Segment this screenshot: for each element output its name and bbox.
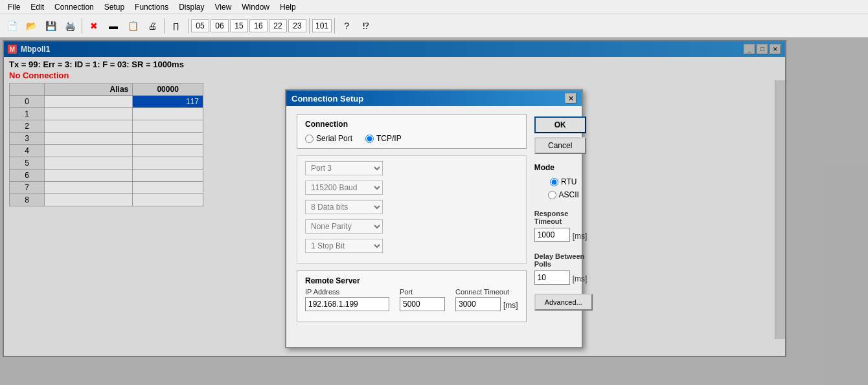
menubar: File Edit Connection Setup Functions Dis… <box>0 0 868 14</box>
serial-port-radio[interactable] <box>305 135 314 143</box>
dialog-body: Connection Serial Port TCP/IP <box>286 106 582 330</box>
new-button[interactable]: 📄 <box>3 17 21 35</box>
dialog-title: Connection Setup <box>291 94 363 104</box>
ascii-option[interactable]: ASCII <box>548 190 579 199</box>
dialog-left-panel: Connection Serial Port TCP/IP <box>297 114 527 322</box>
ip-group: IP Address <box>305 288 389 311</box>
response-timeout-section: Response Timeout [ms] <box>534 210 593 242</box>
ascii-label: ASCII <box>559 190 579 199</box>
remote-server-title: Remote Server <box>305 276 518 285</box>
main-area: M Mbpoll1 _ □ ✕ Tx = 99: Err = 3: ID = 1… <box>0 38 868 385</box>
sep1 <box>82 18 82 34</box>
response-timeout-input[interactable] <box>534 228 570 242</box>
port-input[interactable] <box>400 297 445 311</box>
print2-button[interactable]: 🖨 <box>143 17 161 35</box>
stop-button[interactable]: ✖ <box>85 17 103 35</box>
ip-label: IP Address <box>305 288 389 296</box>
dialog-columns: Connection Serial Port TCP/IP <box>297 114 571 322</box>
remote-server-fields: IP Address Port Connect Timeout <box>305 288 518 311</box>
response-timeout-unit: [ms] <box>573 232 588 242</box>
fc16-label: 16 <box>249 19 268 32</box>
advanced-button[interactable]: Advanced... <box>534 294 593 311</box>
wave-button[interactable]: ∏ <box>167 17 185 35</box>
open-button[interactable]: 📂 <box>22 17 40 35</box>
serial-port-label: Serial Port <box>316 134 352 143</box>
connection-label: Connection <box>305 120 518 129</box>
stopbits-select[interactable]: 1 Stop Bit 2 Stop Bits <box>305 239 383 253</box>
tcpip-option[interactable]: TCP/IP <box>365 134 402 143</box>
fc23-label: 23 <box>288 19 306 32</box>
baud-row: 115200 Baud 9600 Baud <box>305 181 518 195</box>
fc22-label: 22 <box>269 19 287 32</box>
remote-server-section: Remote Server IP Address Port <box>297 270 527 322</box>
stopbits-row: 1 Stop Bit 2 Stop Bits <box>305 239 518 253</box>
port-label: Port <box>400 288 445 296</box>
modal-overlay: Connection Setup ✕ Connection Serial Por… <box>0 38 868 385</box>
connect-timeout-group: Connect Timeout [ms] <box>455 288 518 311</box>
databits-select[interactable]: 8 Data bits 7 Data bits <box>305 200 383 214</box>
connection-setup-dialog: Connection Setup ✕ Connection Serial Por… <box>285 89 583 348</box>
fc101-label: 101 <box>312 19 332 32</box>
menu-window[interactable]: Window <box>236 1 275 13</box>
fc06-label: 06 <box>211 19 229 32</box>
rtu-option[interactable]: RTU <box>550 177 577 186</box>
delay-polls-label: Delay Between Polls <box>534 252 593 268</box>
fc15-label: 15 <box>230 19 248 32</box>
delay-polls-unit: [ms] <box>573 274 588 285</box>
print-button[interactable]: 🖨️ <box>61 17 79 35</box>
response-timeout-field: [ms] <box>534 228 593 242</box>
delay-polls-field: [ms] <box>534 270 593 285</box>
copy-button[interactable]: 📋 <box>124 17 142 35</box>
databits-row: 8 Data bits 7 Data bits <box>305 200 518 214</box>
port-select[interactable]: Port 3 Port 1 Port 2 <box>305 161 383 175</box>
ok-button[interactable]: OK <box>534 116 586 133</box>
dialog-right-panel: OK Cancel Mode RTU <box>534 114 593 322</box>
serial-settings-section: Port 3 Port 1 Port 2 115200 Baud 9600 Ba… <box>297 155 527 264</box>
mode-label: Mode <box>534 163 593 172</box>
dialog-close-button[interactable]: ✕ <box>565 93 577 104</box>
port-row: Port 3 Port 1 Port 2 <box>305 161 518 175</box>
tcpip-radio[interactable] <box>365 135 374 143</box>
connection-section: Connection Serial Port TCP/IP <box>297 114 527 149</box>
mode-radio-group: RTU ASCII <box>534 177 593 199</box>
fc05-label: 05 <box>191 19 209 32</box>
ip-input[interactable] <box>305 297 389 311</box>
ascii-radio[interactable] <box>548 191 556 199</box>
connection-radio-group: Serial Port TCP/IP <box>305 134 518 143</box>
sep3 <box>188 18 188 34</box>
connect-timeout-unit: [ms] <box>503 301 518 311</box>
rtu-label: RTU <box>561 177 577 186</box>
help-button[interactable]: ? <box>337 17 356 35</box>
dialog-titlebar: Connection Setup ✕ <box>286 91 582 106</box>
menu-setup[interactable]: Setup <box>99 1 130 13</box>
connect-timeout-label: Connect Timeout <box>455 288 518 296</box>
serial-port-option[interactable]: Serial Port <box>305 134 352 143</box>
menu-display[interactable]: Display <box>174 1 209 13</box>
menu-help[interactable]: Help <box>275 1 301 13</box>
menu-connection[interactable]: Connection <box>49 1 99 13</box>
cancel-button[interactable]: Cancel <box>534 137 586 154</box>
port-group: Port <box>400 288 445 311</box>
sep4 <box>309 18 310 34</box>
baud-select[interactable]: 115200 Baud 9600 Baud <box>305 181 383 195</box>
tcpip-label: TCP/IP <box>376 134 402 143</box>
connect-timeout-input[interactable] <box>455 297 501 311</box>
sep2 <box>164 18 165 34</box>
toolbar: 📄 📂 💾 🖨️ ✖ ▬ 📋 🖨 ∏ 05 06 15 16 22 23 101… <box>0 14 868 38</box>
menu-functions[interactable]: Functions <box>130 1 174 13</box>
pause-button[interactable]: ▬ <box>104 17 122 35</box>
delay-polls-section: Delay Between Polls [ms] <box>534 252 593 285</box>
parity-row: None Parity Even Parity Odd Parity <box>305 219 518 234</box>
mode-section: Mode RTU ASCII <box>534 163 593 199</box>
delay-polls-input[interactable] <box>534 270 570 285</box>
rtu-radio[interactable] <box>550 178 558 186</box>
menu-view[interactable]: View <box>210 1 237 13</box>
parity-select[interactable]: None Parity Even Parity Odd Parity <box>305 219 383 234</box>
response-timeout-label: Response Timeout <box>534 210 593 225</box>
menu-edit[interactable]: Edit <box>25 1 49 13</box>
sep5 <box>334 18 335 34</box>
about-button[interactable]: ⁉ <box>357 17 375 35</box>
save-button[interactable]: 💾 <box>41 17 60 35</box>
menu-file[interactable]: File <box>3 1 25 13</box>
